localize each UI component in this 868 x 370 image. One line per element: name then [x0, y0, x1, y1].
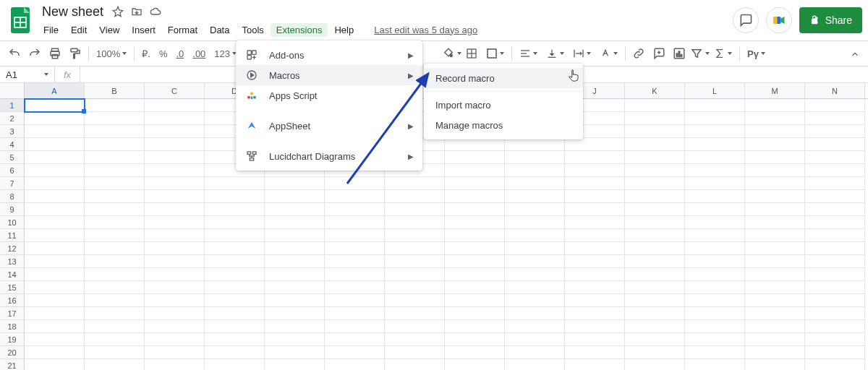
row-header[interactable]: 21 [0, 359, 25, 370]
cell[interactable] [685, 190, 745, 203]
cell[interactable] [325, 242, 385, 255]
cell[interactable] [385, 281, 445, 294]
row-header[interactable]: 13 [0, 255, 25, 268]
cell[interactable] [385, 203, 445, 216]
cell[interactable] [205, 268, 265, 281]
cell[interactable] [205, 346, 265, 359]
cell[interactable] [805, 229, 865, 242]
row-header[interactable]: 11 [0, 229, 25, 242]
cell[interactable] [805, 177, 865, 190]
cell[interactable] [625, 333, 685, 346]
cell[interactable] [145, 229, 205, 242]
cell[interactable] [805, 242, 865, 255]
cell[interactable] [385, 294, 445, 307]
cell[interactable] [85, 333, 145, 346]
cell[interactable] [25, 99, 85, 112]
cell[interactable] [85, 151, 145, 164]
cell[interactable] [625, 125, 685, 138]
cell[interactable] [325, 281, 385, 294]
cell[interactable] [745, 151, 805, 164]
cell[interactable] [805, 99, 865, 112]
row-header[interactable]: 3 [0, 125, 25, 138]
cell[interactable] [805, 333, 865, 346]
collapse-toolbar-icon[interactable] [848, 41, 862, 67]
cell[interactable] [745, 333, 805, 346]
cell[interactable] [145, 203, 205, 216]
cell[interactable] [505, 346, 565, 359]
insert-link-icon[interactable] [629, 43, 649, 64]
cell[interactable] [265, 346, 325, 359]
cell[interactable] [265, 333, 325, 346]
cell[interactable] [805, 294, 865, 307]
cell[interactable] [85, 164, 145, 177]
cell[interactable] [745, 242, 805, 255]
cell[interactable] [805, 138, 865, 151]
row-header[interactable]: 7 [0, 177, 25, 190]
cell[interactable] [565, 320, 625, 333]
currency-button[interactable]: ₽. [137, 43, 155, 64]
cell[interactable] [805, 268, 865, 281]
cell[interactable] [625, 203, 685, 216]
cell[interactable] [145, 268, 205, 281]
row-header[interactable]: 9 [0, 203, 25, 216]
cell[interactable] [385, 242, 445, 255]
cell[interactable] [85, 346, 145, 359]
cell[interactable] [805, 255, 865, 268]
col-header-B[interactable]: B [85, 83, 145, 98]
cell[interactable] [565, 359, 625, 370]
cell[interactable] [205, 255, 265, 268]
cell[interactable] [745, 203, 805, 216]
cell[interactable] [505, 359, 565, 370]
col-header-L[interactable]: L [685, 83, 745, 98]
cell[interactable] [445, 242, 505, 255]
merge-cells-icon[interactable] [482, 43, 509, 64]
cell[interactable] [205, 294, 265, 307]
cell[interactable] [25, 112, 85, 125]
cell[interactable] [745, 281, 805, 294]
cell[interactable] [445, 268, 505, 281]
cell[interactable] [205, 229, 265, 242]
insert-chart-icon[interactable] [669, 43, 689, 64]
cell[interactable] [565, 177, 625, 190]
cell[interactable] [145, 255, 205, 268]
cell[interactable] [565, 190, 625, 203]
cell[interactable] [505, 268, 565, 281]
cell[interactable] [25, 138, 85, 151]
cell[interactable] [145, 242, 205, 255]
insert-comment-icon[interactable] [649, 43, 669, 64]
macros-manage-macros[interactable]: Manage macros [424, 115, 583, 135]
cell[interactable] [685, 346, 745, 359]
ext-menu-add-ons[interactable]: Add-ons▶ [236, 45, 422, 65]
cell[interactable] [445, 255, 505, 268]
cell[interactable] [625, 320, 685, 333]
cell[interactable] [745, 164, 805, 177]
row-header[interactable]: 15 [0, 281, 25, 294]
row-header[interactable]: 5 [0, 151, 25, 164]
cell[interactable] [265, 320, 325, 333]
menu-view[interactable]: View [93, 23, 125, 37]
cell[interactable] [505, 255, 565, 268]
cell[interactable] [805, 281, 865, 294]
cell[interactable] [145, 138, 205, 151]
cell[interactable] [445, 138, 505, 151]
cell[interactable] [565, 164, 625, 177]
cell[interactable] [685, 99, 745, 112]
cell[interactable] [85, 281, 145, 294]
cell[interactable] [505, 320, 565, 333]
col-header-A[interactable]: A [25, 83, 85, 98]
input-tools-icon[interactable]: Рγ [743, 43, 770, 64]
cell[interactable] [505, 333, 565, 346]
cell[interactable] [325, 359, 385, 370]
row-header[interactable]: 8 [0, 190, 25, 203]
cell[interactable] [385, 268, 445, 281]
cell[interactable] [625, 359, 685, 370]
cell[interactable] [325, 320, 385, 333]
cell[interactable] [805, 320, 865, 333]
cell[interactable] [445, 203, 505, 216]
dec-more-button[interactable]: .00 [188, 43, 210, 64]
undo-icon[interactable] [4, 43, 25, 64]
cell[interactable] [805, 164, 865, 177]
star-icon[interactable] [112, 6, 124, 17]
cell[interactable] [805, 190, 865, 203]
cell[interactable] [25, 164, 85, 177]
